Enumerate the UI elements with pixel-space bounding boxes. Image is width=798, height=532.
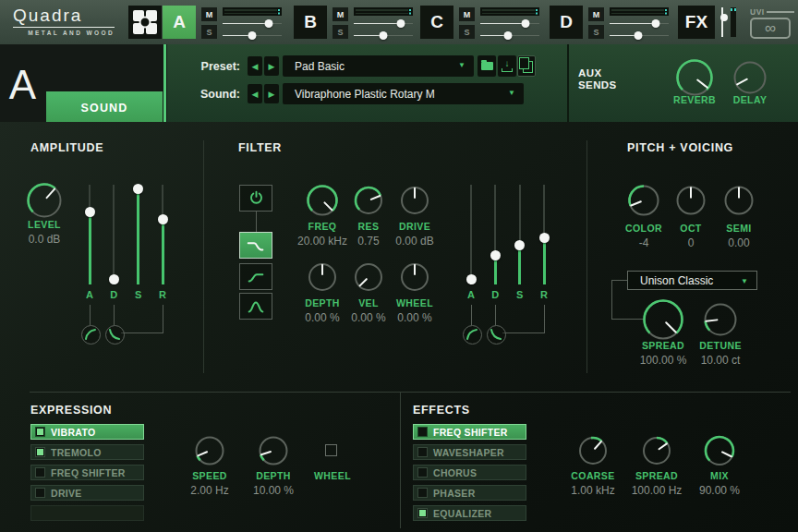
enable-checkbox[interactable] [35, 427, 45, 437]
pan-slider[interactable] [480, 31, 539, 40]
preset-next-button[interactable]: ▶ [264, 56, 279, 76]
spread-knob[interactable] [642, 298, 685, 342]
wheel-checkbox[interactable] [325, 444, 337, 456]
list-item-chorus[interactable]: CHORUS [413, 465, 526, 480]
sound-prev-button[interactable]: ◀ [248, 84, 262, 103]
enable-checkbox[interactable] [417, 467, 428, 478]
sound-dropdown[interactable]: Vibraphone Plastic Rotary M ▼ [283, 83, 524, 104]
env-slider-handle[interactable] [466, 274, 477, 284]
solo-button[interactable]: S [588, 25, 604, 39]
preset-dropdown[interactable]: Pad Basic ▼ [283, 55, 474, 77]
detune-knob[interactable] [703, 302, 739, 338]
part-tab-a[interactable]: A [163, 6, 196, 39]
speed-knob[interactable] [194, 435, 226, 467]
enable-checkbox[interactable] [35, 488, 45, 498]
volume-slider[interactable] [223, 19, 282, 28]
mute-button[interactable]: M [201, 7, 217, 21]
filter-type-highpass-button[interactable] [239, 263, 272, 290]
env-slider-handle[interactable] [158, 214, 168, 224]
solo-button[interactable]: S [459, 25, 475, 39]
part-tab-b[interactable]: B [294, 6, 327, 39]
color-knob[interactable] [627, 184, 661, 218]
filter-type-lowpass-button[interactable] [239, 232, 272, 259]
reverb-knob-label: REVERB [673, 94, 716, 105]
pan-slider[interactable] [610, 31, 669, 40]
filter-wheel-knob-value: 0.00 % [397, 311, 431, 324]
res-knob[interactable] [353, 185, 384, 216]
preset-prev-button[interactable]: ◀ [248, 56, 262, 76]
vel-knob[interactable] [353, 261, 384, 293]
oct-knob-label: OCT [680, 223, 701, 234]
part-tab-d[interactable]: D [550, 6, 583, 39]
master-volume-group [719, 6, 740, 39]
env-slider-handle[interactable] [109, 274, 119, 284]
enable-checkbox[interactable] [417, 508, 428, 518]
delay-knob[interactable] [732, 60, 768, 96]
save-preset-button[interactable]: ↓ [498, 55, 516, 77]
solo-button[interactable]: S [201, 25, 217, 39]
env-slider-handle[interactable] [514, 240, 525, 250]
speed-knob-value: 2.00 Hz [190, 484, 228, 497]
drive-knob[interactable] [399, 185, 430, 216]
attack-curve-knob[interactable] [81, 325, 101, 345]
volume-slider[interactable] [480, 19, 539, 28]
uvi-logo: UVI ∞ [750, 7, 794, 39]
env-slider-handle[interactable] [85, 207, 95, 217]
master-slider[interactable] [721, 7, 723, 37]
enable-checkbox[interactable] [417, 488, 428, 498]
effects-spread-knob[interactable] [641, 435, 672, 466]
filter-type-bandpass-button[interactable] [239, 293, 272, 320]
level-knob[interactable] [26, 182, 64, 220]
freq-knob[interactable] [306, 184, 340, 218]
list-item-freq-shifter[interactable]: FREQ SHIFTER [413, 424, 526, 440]
attack-curve-knob[interactable] [463, 325, 482, 345]
mix-knob[interactable] [703, 434, 736, 467]
env-slider-handle[interactable] [133, 184, 143, 194]
filter-power-button[interactable] [239, 185, 272, 212]
part-d-group: D M S [550, 6, 669, 40]
fx-tab[interactable]: FX [678, 6, 715, 39]
decay-curve-knob[interactable] [487, 325, 506, 345]
decay-curve-knob[interactable] [105, 325, 125, 345]
expression-depth-knob[interactable] [258, 435, 290, 467]
reverb-knob[interactable] [675, 58, 715, 98]
enable-checkbox[interactable] [35, 447, 45, 457]
env-slider-handle[interactable] [490, 250, 501, 260]
filter-depth-knob[interactable] [307, 261, 338, 293]
volume-slider[interactable] [354, 19, 413, 28]
list-item-waveshaper[interactable]: WAVESHAPER [413, 444, 526, 460]
enable-checkbox[interactable] [35, 467, 45, 478]
header-accent-line [163, 44, 166, 122]
oct-knob[interactable] [675, 185, 707, 217]
list-item-equalizer[interactable]: EQUALIZER [413, 505, 526, 521]
list-item-vibrato[interactable]: VIBRATO [30, 424, 144, 440]
env-slider-handle[interactable] [539, 233, 550, 243]
list-item-phaser[interactable]: PHASER [413, 485, 526, 501]
solo-button[interactable]: S [332, 25, 348, 39]
bandpass-curve-icon [244, 296, 268, 317]
quad-layout-icon[interactable] [128, 6, 162, 39]
volume-slider[interactable] [610, 19, 669, 28]
list-item-drive[interactable]: DRIVE [30, 485, 144, 501]
copy-preset-button[interactable] [517, 55, 536, 77]
semi-knob[interactable] [723, 185, 756, 217]
mute-button[interactable]: M [459, 7, 475, 21]
filter-wheel-knob[interactable] [399, 261, 430, 293]
env-slider-fill [518, 246, 521, 284]
enable-checkbox[interactable] [417, 447, 428, 457]
enable-checkbox[interactable] [417, 427, 428, 437]
browse-folder-button[interactable] [478, 55, 496, 77]
part-tab-c[interactable]: C [420, 6, 453, 39]
sound-tab-button[interactable]: SOUND [46, 91, 163, 124]
list-item-tremolo[interactable]: TREMOLO [30, 444, 144, 460]
vel-knob-label: VEL [358, 297, 379, 308]
pan-slider[interactable] [223, 31, 282, 40]
list-item-freq-shifter[interactable]: FREQ SHIFTER [30, 465, 144, 480]
unison-mode-dropdown[interactable]: Unison Classic ▼ [627, 271, 757, 290]
mute-button[interactable]: M [588, 7, 604, 21]
coarse-knob[interactable] [577, 435, 609, 466]
sound-next-button[interactable]: ▶ [264, 84, 279, 103]
pan-slider[interactable] [354, 31, 413, 40]
level-meter [354, 7, 413, 16]
mute-button[interactable]: M [332, 7, 348, 21]
